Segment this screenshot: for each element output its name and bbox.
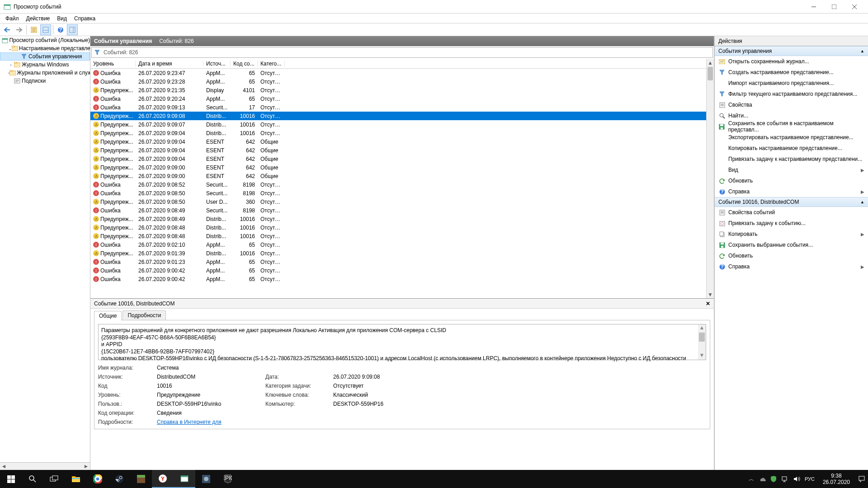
tray-chevron-icon[interactable]: ︿ [749, 475, 754, 483]
collapse-icon[interactable]: ▲ [860, 200, 864, 204]
event-row[interactable]: ⚠Предупреж...26.07.2020 9:08:49Distrib..… [90, 215, 706, 223]
detail-close-button[interactable]: ✕ [706, 300, 710, 307]
tree-item[interactable]: Подписки [0, 77, 90, 85]
event-row[interactable]: ⚠Предупреж...26.07.2020 9:21:35Display41… [90, 86, 706, 94]
collapse-icon[interactable]: ▲ [860, 49, 864, 53]
menu-help[interactable]: Справка [71, 14, 99, 23]
actions-pane-button[interactable] [67, 24, 78, 35]
action-item[interactable]: ?Справка▶ [715, 261, 868, 272]
event-row[interactable]: !Ошибка26.07.2020 9:23:47AppM...65Отсутс… [90, 69, 706, 77]
event-row[interactable]: !Ошибка26.07.2020 9:08:49Securit...8198О… [90, 206, 706, 215]
col-source[interactable]: Источ... [203, 61, 231, 67]
actions-pane: Действия События управления▲ Открыть сох… [714, 36, 868, 470]
eventviewer-taskbar-icon[interactable] [174, 470, 195, 488]
tray-clock[interactable]: 9:3826.07.2020 [819, 473, 854, 486]
tray-network-icon[interactable] [781, 476, 788, 482]
event-row[interactable]: ⚠Предупреж...26.07.2020 9:09:08Distrib..… [90, 112, 706, 120]
taskview-button[interactable] [43, 470, 65, 488]
tree-root[interactable]: Просмотр событий (Локальные) [0, 36, 90, 44]
search-button[interactable] [22, 470, 43, 488]
action-item[interactable]: Сохранить все события в настраиваемом пр… [715, 121, 868, 132]
app-icon-1[interactable] [195, 470, 217, 488]
event-row[interactable]: ⚠Предупреж...26.07.2020 9:08:50User D...… [90, 197, 706, 206]
event-row[interactable]: ⚠Предупреж...26.07.2020 9:09:04ESENT642О… [90, 146, 706, 155]
action-item[interactable]: Привязать задачу к настраиваемому предст… [715, 154, 868, 164]
event-row[interactable]: !Ошибка26.07.2020 9:23:28AppM...65Отсутс… [90, 77, 706, 86]
msg-vscroll[interactable]: ▲ ▼ [698, 324, 706, 360]
action-item[interactable]: Экспортировать настраиваемое представлен… [715, 132, 868, 143]
menu-action[interactable]: Действие [23, 14, 54, 23]
epic-icon[interactable]: EPIC [217, 470, 239, 488]
event-row[interactable]: ⚠Предупреж...26.07.2020 9:08:48Distrib..… [90, 223, 706, 232]
help-button[interactable]: ? [55, 24, 66, 35]
minecraft-icon[interactable] [130, 470, 152, 488]
show-tree-button[interactable] [28, 24, 39, 35]
action-item[interactable]: Привязать задачу к событию... [715, 218, 868, 229]
tab-general[interactable]: Общие [94, 311, 122, 320]
tree-hscroll[interactable]: ◄► [0, 462, 90, 470]
start-button[interactable] [0, 470, 22, 488]
col-category[interactable]: Катего... [258, 61, 285, 67]
event-row[interactable]: ⚠Предупреж...26.07.2020 9:09:00ESENT642О… [90, 163, 706, 172]
menu-file[interactable]: Файл [2, 14, 23, 23]
event-row[interactable]: ⚠Предупреж...26.07.2020 9:09:04Distrib..… [90, 129, 706, 137]
action-item[interactable]: Обновить [715, 175, 868, 186]
event-row[interactable]: ⚠Предупреж...26.07.2020 9:01:39Distrib..… [90, 249, 706, 258]
tray-onedrive-icon[interactable] [759, 476, 766, 482]
tree-item[interactable]: События управления [0, 52, 90, 61]
help-link[interactable]: Справка в Интернете для [157, 419, 222, 425]
event-row[interactable]: !Ошибка26.07.2020 9:02:10AppM...65Отсутс… [90, 240, 706, 249]
event-row[interactable]: !Ошибка26.07.2020 9:00:42AppM...65Отсутс… [90, 266, 706, 275]
menu-view[interactable]: Вид [53, 14, 71, 23]
tray-notifications-icon[interactable] [858, 475, 865, 483]
col-datetime[interactable]: Дата и время [136, 61, 203, 67]
event-row[interactable]: ⚠Предупреж...26.07.2020 9:08:48Distrib..… [90, 232, 706, 240]
action-item[interactable]: Найти... [715, 110, 868, 121]
blank-icon [718, 166, 726, 174]
event-row[interactable]: !Ошибка26.07.2020 9:08:50Securit...8198О… [90, 189, 706, 197]
event-row[interactable]: !Ошибка26.07.2020 9:20:24AppM...65Отсутс… [90, 94, 706, 103]
action-item[interactable]: Импорт настраиваемого представления... [715, 78, 868, 89]
event-row[interactable]: !Ошибка26.07.2020 9:01:23AppM...65Отсутс… [90, 258, 706, 266]
action-item[interactable]: Фильтр текущего настраиваемого представл… [715, 89, 868, 99]
tree-item[interactable]: ›Журналы Windows [0, 61, 90, 69]
action-item[interactable]: Копировать▶ [715, 229, 868, 239]
chrome-icon[interactable] [87, 470, 108, 488]
steam-icon[interactable] [108, 470, 130, 488]
preview-button[interactable] [40, 24, 51, 35]
action-item[interactable]: Создать настраиваемое представление... [715, 67, 868, 78]
tray-shield-icon[interactable] [770, 475, 777, 483]
action-item[interactable]: Сохранить выбранные события... [715, 239, 868, 250]
event-row[interactable]: ⚠Предупреж...26.07.2020 9:09:04ESENT642О… [90, 155, 706, 163]
center-count: Событий: 826 [159, 38, 193, 44]
grid-vscroll[interactable]: ▲ ▼ [706, 59, 714, 298]
col-level[interactable]: Уровень [90, 61, 136, 67]
action-item[interactable]: Вид▶ [715, 164, 868, 175]
maximize-button[interactable] [824, 0, 844, 13]
tab-details[interactable]: Подробности [123, 310, 166, 320]
nav-back-button[interactable] [2, 24, 13, 35]
action-item[interactable]: Копировать настраиваемое представление..… [715, 143, 868, 154]
close-button[interactable] [844, 0, 864, 13]
event-row[interactable]: ⚠Предупреж...26.07.2020 9:09:07Distrib..… [90, 120, 706, 129]
tray-volume-icon[interactable] [793, 476, 800, 482]
explorer-icon[interactable] [65, 470, 87, 488]
nav-forward-button[interactable] [14, 24, 24, 35]
tree-item[interactable]: ›Журналы приложений и служб [0, 69, 90, 77]
action-item[interactable]: ?Справка▶ [715, 186, 868, 197]
tree-item[interactable]: ⌄Настраиваемые представления [0, 44, 90, 52]
event-row[interactable]: ⚠Предупреж...26.07.2020 9:09:04ESENT642О… [90, 137, 706, 146]
action-item[interactable]: Свойства [715, 99, 868, 110]
task-icon [718, 220, 726, 227]
event-row[interactable]: !Ошибка26.07.2020 9:00:42AppM...65Отсутс… [90, 275, 706, 283]
event-row[interactable]: !Ошибка26.07.2020 9:08:52Securit...8198О… [90, 180, 706, 189]
action-item[interactable]: Открыть сохраненный журнал... [715, 56, 868, 67]
action-item[interactable]: Свойства событий [715, 207, 868, 218]
action-item[interactable]: Обновить [715, 250, 868, 261]
event-row[interactable]: ⚠Предупреж...26.07.2020 9:09:00ESENT642О… [90, 172, 706, 180]
col-eventid[interactable]: Код со... [231, 61, 258, 67]
event-row[interactable]: !Ошибка26.07.2020 9:09:13Securit...17Отс… [90, 103, 706, 112]
tray-lang[interactable]: РУС [805, 476, 815, 482]
minimize-button[interactable] [803, 0, 824, 13]
yandex-icon[interactable]: Y [152, 470, 174, 488]
